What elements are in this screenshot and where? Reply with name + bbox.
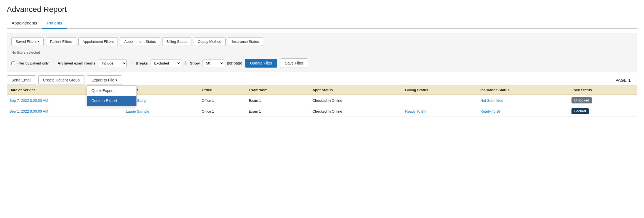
saved-filters-button[interactable]: Saved Filters ▾ xyxy=(11,37,44,46)
copay-method-button[interactable]: Copay Method xyxy=(194,37,226,46)
col-insurance-status: Insurance Status xyxy=(478,85,569,95)
col-billing-status: Billing Status xyxy=(402,85,478,95)
archived-rooms-label: Archived exam rooms xyxy=(58,61,96,65)
divider-2: | xyxy=(131,61,132,66)
per-page-label: per page xyxy=(227,61,242,65)
lock-badge-2: Locked xyxy=(571,108,589,114)
insurance-status-button[interactable]: Insurance Status xyxy=(228,37,263,46)
billing-status-1 xyxy=(402,95,478,106)
export-dropdown: Export to File ▾ Quick Export Custom Exp… xyxy=(87,75,122,85)
next-page-arrow[interactable]: → xyxy=(632,77,637,83)
insurance-status-link-1[interactable]: Not Submitted xyxy=(480,98,503,103)
main-page: Advanced Report Appointments Patients Sa… xyxy=(0,0,644,122)
examroom-2: Exam 1 xyxy=(246,106,310,117)
create-patient-group-button[interactable]: Create Patient Group xyxy=(38,75,84,85)
billing-status-button[interactable]: Billing Status xyxy=(162,37,191,46)
date-link-1[interactable]: Sep 7, 2022 8:00:00 AM xyxy=(9,98,48,103)
tab-appointments[interactable]: Appointments xyxy=(7,18,42,29)
custom-export-item[interactable]: Custom Export xyxy=(87,96,136,106)
archived-rooms-select[interactable]: Include Exclude xyxy=(98,59,127,67)
appointment-filters-button[interactable]: Appointment Filters xyxy=(78,37,118,46)
divider-3: | xyxy=(185,61,186,66)
table-row: Sep 1, 2022 8:00:00 AM Laurie Sample Off… xyxy=(7,106,637,117)
office-2: Office 1 xyxy=(199,106,246,117)
actions-row: Send Email Create Patient Group Export t… xyxy=(7,75,637,85)
divider-1: | xyxy=(53,61,54,66)
save-filter-button[interactable]: Save Filter xyxy=(280,58,308,68)
chevron-down-icon: ▾ xyxy=(38,40,39,43)
col-appt-status: Appt Status xyxy=(310,85,403,95)
office-1: Office 1 xyxy=(199,95,246,106)
filter-bar: Saved Filters ▾ Patient Filters Appointm… xyxy=(7,33,637,72)
export-menu: Quick Export Custom Export xyxy=(87,85,137,106)
patient-link-2[interactable]: Laurie Sample xyxy=(126,109,149,113)
page-title: Advanced Report xyxy=(7,5,637,14)
breaks-select[interactable]: Excluded Included xyxy=(151,59,181,67)
lock-badge-1: Unlocked xyxy=(571,97,592,103)
appt-status-2: Checked In Online xyxy=(310,106,403,117)
filter-patient-only-checkbox[interactable] xyxy=(11,61,15,65)
breaks-label: Breaks xyxy=(136,61,148,65)
examroom-1: Exam 1 xyxy=(246,95,310,106)
page-label: PAGE xyxy=(615,78,627,83)
show-select[interactable]: 50 25 100 xyxy=(203,59,224,67)
update-filter-button[interactable]: Update Filter xyxy=(245,59,277,68)
appointment-status-button[interactable]: Appointment Status xyxy=(120,37,160,46)
export-to-file-button[interactable]: Export to File ▾ xyxy=(87,75,122,85)
date-link-2[interactable]: Sep 1, 2022 8:00:00 AM xyxy=(9,109,48,113)
billing-status-link-2[interactable]: Ready To Bill xyxy=(405,109,426,113)
col-office: Office xyxy=(199,85,246,95)
show-label: Show xyxy=(190,61,200,65)
page-indicator: PAGE 1 → xyxy=(615,77,637,83)
filter-buttons-row: Saved Filters ▾ Patient Filters Appointm… xyxy=(11,37,633,46)
tabs-container: Appointments Patients xyxy=(7,18,637,29)
col-examroom: Examroom xyxy=(246,85,310,95)
tab-patients[interactable]: Patients xyxy=(42,18,67,29)
quick-export-item[interactable]: Quick Export xyxy=(87,86,136,96)
insurance-status-link-2[interactable]: Ready To Bill xyxy=(480,109,501,113)
no-filters-text: No filters selected xyxy=(11,49,633,56)
patient-filters-button[interactable]: Patient Filters xyxy=(46,37,76,46)
page-number: 1 xyxy=(628,78,631,83)
controls-row: Filter by patient only | Archived exam r… xyxy=(11,56,633,68)
send-email-button[interactable]: Send Email xyxy=(7,75,36,85)
filter-patient-only-label[interactable]: Filter by patient only xyxy=(11,61,49,65)
col-lock-status: Lock Status xyxy=(569,85,637,95)
appt-status-1: Checked In Online xyxy=(310,95,403,106)
